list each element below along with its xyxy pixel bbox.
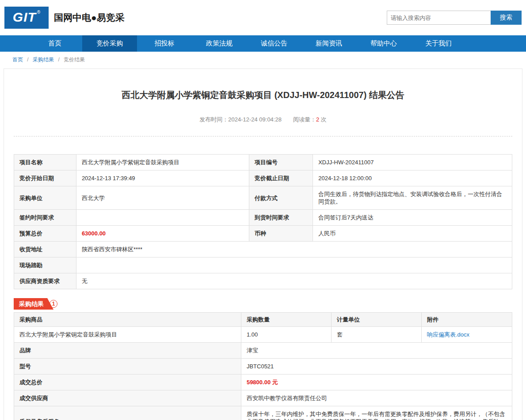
nav-item-about-us[interactable]: 关于我们 [411,35,466,52]
table-row: 型号 JBTC0521 [14,359,512,375]
info-label: 竞价截止日期 [249,170,313,186]
detail-label: 成交总价 [14,375,241,390]
detail-value: JBTC0521 [241,359,512,375]
info-value: 西北大学附属小学紫铜定音鼓采购项目 [76,155,249,170]
table-row: 收货地址 陕西省西安市碑林区**** [14,242,512,257]
breadcrumb: 首页 / 采购结果 / 竞价结果 [0,52,526,68]
nav-item-integrity-notice[interactable]: 诚信公告 [247,35,301,52]
attachment-cell: 响应偏离表.docx [421,327,512,343]
product-unit: 套 [331,327,421,343]
info-value [76,210,249,226]
nav-item-policy[interactable]: 政策法规 [192,35,247,52]
nav-item-bidding-purchase[interactable]: 竞价采购 [82,35,137,52]
info-label: 竞价开始日期 [14,170,76,186]
project-info-table: 项目名称 西北大学附属小学紫铜定音鼓采购项目 项目编号 XDJJ-HW-2024… [14,154,512,289]
detail-label: 成交供应商 [14,390,241,406]
info-value: 合同生效后，待货物到达指定地点、安装调试验收合格后，一次性付清合同货款。 [313,186,512,210]
purchase-result-tab: 采购结果 1 [14,298,512,310]
info-value: 合同签订后7天内送达 [313,210,512,226]
site-logo[interactable]: GIT ® [4,7,49,29]
budget-total-value: 63000.00 [76,226,249,242]
table-row: 供应商资质要求 无 [14,273,512,289]
nav-item-home[interactable]: 首页 [27,35,82,52]
logo-text: GIT [13,9,36,25]
info-label: 项目编号 [249,155,313,170]
nav-item-tender[interactable]: 招投标 [137,35,192,52]
info-label: 项目名称 [14,155,76,170]
detail-label: 品牌 [14,343,241,359]
breadcrumb-separator: / [27,57,28,63]
column-header: 采购商品 [14,313,241,327]
table-row: 采购单位 西北大学 付款方式 合同生效后，待货物到达指定地点、安装调试验收合格后… [14,186,512,210]
info-label: 采购单位 [14,186,76,210]
table-row: 品牌 津宝 [14,343,512,359]
info-value: 2024-12-18 12:00:00 [313,170,512,186]
page-title: 西北大学附属小学紫铜定音鼓采购项目 (XDJJ-HW-202411007) 结果… [14,88,512,102]
table-row: 西北大学附属小学紫铜定音鼓采购项目 1.00 套 响应偏离表.docx [14,327,512,343]
detail-value: 质保十年，三年内维护，其中免费质保一年，一年后有需更换零配件及维护保养，费用另计… [241,406,512,420]
product-name: 西北大学附属小学紫铜定音鼓采购项目 [14,327,241,343]
table-row: 现场踏勘 [14,257,512,273]
column-header: 附件 [421,313,512,327]
detail-value: 西安凯中教学仪器有限责任公司 [241,390,512,406]
views-label: 阅读量： [293,116,316,123]
breadcrumb-current: 竞价结果 [64,57,85,63]
table-row: 竞价开始日期 2024-12-13 17:39:49 竞价截止日期 2024-1… [14,170,512,186]
info-label: 供应商资质要求 [14,273,76,289]
attachment-link[interactable]: 响应偏离表.docx [427,331,469,338]
purchase-result-ribbon: 采购结果 [14,298,53,310]
column-header: 采购数量 [241,313,331,327]
info-value [76,257,512,273]
search-bar: 搜索 [387,11,522,25]
info-label: 签约时间要求 [14,210,76,226]
info-value: XDJJ-HW-202411007 [313,155,512,170]
purchase-result-table: 采购商品 采购数量 计量单位 附件 西北大学附属小学紫铜定音鼓采购项目 1.00… [14,312,512,420]
info-label: 现场踏勘 [14,257,76,273]
nav-item-news[interactable]: 新闻资讯 [301,35,356,52]
info-label: 付款方式 [249,186,313,210]
info-value: 2024-12-13 17:39:49 [76,170,249,186]
deal-total-price: 59800.00 元 [241,375,512,390]
breadcrumb-purchase-results[interactable]: 采购结果 [33,57,54,63]
info-label: 币种 [249,226,313,242]
info-value: 陕西省西安市碑林区**** [76,242,512,257]
breadcrumb-separator: / [58,57,59,63]
site-name: 国网中电●易竞采 [54,11,125,24]
nav-item-help-center[interactable]: 帮助中心 [356,35,411,52]
detail-label: 质保及售后服务 [14,406,241,420]
info-value: 西北大学 [76,186,249,210]
publish-time-value: 2024-12-24 09:04:28 [228,116,282,123]
detail-label: 型号 [14,359,241,375]
table-row: 成交供应商 西安凯中教学仪器有限责任公司 [14,390,512,406]
views-count: 2 [316,116,319,123]
product-qty: 1.00 [241,327,331,343]
search-button[interactable]: 搜索 [491,11,522,25]
info-label: 到货时间要求 [249,210,313,226]
logo-registered-mark: ® [37,10,40,15]
table-row: 签约时间要求 到货时间要求 合同签订后7天内送达 [14,210,512,226]
views-unit: 次 [321,116,327,123]
main-nav: 首页 竞价采购 招投标 政策法规 诚信公告 新闻资讯 帮助中心 关于我们 [0,35,526,52]
top-header: GIT ® 国网中电●易竞采 搜索 [0,0,526,35]
column-header: 计量单位 [331,313,421,327]
announcement-meta: 发布时间：2024-12-24 09:04:28阅读量：2 次 [14,116,512,124]
table-header-row: 采购商品 采购数量 计量单位 附件 [14,313,512,327]
table-row: 成交总价 59800.00 元 [14,375,512,390]
info-label: 预算总价 [14,226,76,242]
announcement-card: 西北大学附属小学紫铜定音鼓采购项目 (XDJJ-HW-202411007) 结果… [4,68,522,420]
info-value: 人民币 [313,226,512,242]
info-value: 无 [76,273,512,289]
detail-value: 津宝 [241,343,512,359]
breadcrumb-home[interactable]: 首页 [12,57,23,63]
table-row: 质保及售后服务 质保十年，三年内维护，其中免费质保一年，一年后有需更换零配件及维… [14,406,512,420]
dashed-divider [14,136,512,136]
table-row: 项目名称 西北大学附属小学紫铜定音鼓采购项目 项目编号 XDJJ-HW-2024… [14,155,512,170]
publish-time-label: 发布时间： [199,116,228,123]
search-input[interactable] [387,11,491,25]
table-row: 预算总价 63000.00 币种 人民币 [14,226,512,242]
info-label: 收货地址 [14,242,76,257]
